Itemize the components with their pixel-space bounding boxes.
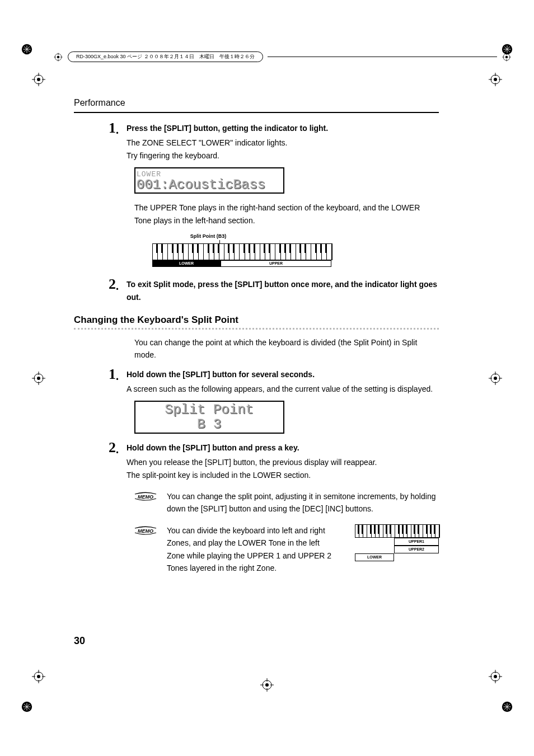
sub-step-2: 2 Hold down the [SPLIT] button and press… <box>74 442 439 481</box>
svg-point-13 <box>37 675 40 678</box>
svg-point-19 <box>57 55 60 58</box>
svg-point-21 <box>505 55 508 58</box>
zone-lower: LOWER <box>355 553 394 561</box>
step-number: 2 <box>74 277 119 292</box>
svg-point-7 <box>494 78 497 81</box>
lcd-line-main: 001:AcousticBass <box>137 178 282 192</box>
header-text: RD-300GX_e.book 30 ページ ２００８年２月１４日 木曜日 午後… <box>68 51 263 62</box>
memo-icon: MEMO <box>134 526 157 534</box>
svg-point-17 <box>265 683 269 687</box>
lcd-line-top: Split Point <box>137 403 282 417</box>
memo-note: MEMO You can divide the keyboard into le… <box>134 524 439 575</box>
step-text: A screen such as the following appears, … <box>127 383 439 395</box>
section-rule <box>74 112 439 113</box>
keyboard-diagram: Split Point (B3) LOWER UPPER <box>152 233 439 267</box>
step-2: 2 To exit Split mode, press the [SPLIT] … <box>74 278 439 306</box>
step-text: Try fingering the keyboard. <box>127 149 439 162</box>
svg-text:MEMO: MEMO <box>138 494 153 500</box>
step-number: 2 <box>74 440 119 455</box>
step-number: 1 <box>74 367 119 382</box>
keyboard-zones-diagram: UPPER1 UPPER2 LOWER <box>355 524 439 561</box>
print-header: RD-300GX_e.book 30 ページ ２００８年２月１４日 木曜日 午後… <box>53 51 512 62</box>
lcd-line-main: B 3 <box>137 417 282 431</box>
zone-upper1: UPPER1 <box>394 538 439 546</box>
svg-point-11 <box>494 377 497 380</box>
lcd-display: Split Point B 3 <box>134 401 284 433</box>
zone-upper2: UPPER2 <box>394 546 439 553</box>
memo-text: You can divide the keyboard into left an… <box>167 524 339 575</box>
step-lead: Press the [SPLIT] button, getting the in… <box>127 122 439 134</box>
sub-intro: You can change the point at which the ke… <box>134 336 439 361</box>
step-text: When you release the [SPLIT] button, the… <box>127 456 439 468</box>
page-number: 30 <box>74 635 85 647</box>
step-after-text: The UPPER Tone plays in the right-hand s… <box>134 201 439 227</box>
sub-step-1: 1 Hold down the [SPLIT] button for sever… <box>74 368 439 396</box>
lcd-display: LOWER 001:AcousticBass <box>134 167 284 194</box>
zone-upper: UPPER <box>221 260 331 267</box>
svg-point-15 <box>494 675 497 678</box>
svg-text:MEMO: MEMO <box>138 528 153 534</box>
svg-point-9 <box>37 377 40 380</box>
step-lead: To exit Split mode, press the [SPLIT] bu… <box>127 278 439 303</box>
step-lead: Hold down the [SPLIT] button for several… <box>127 368 439 381</box>
memo-text: You can change the split point, adjustin… <box>167 490 439 515</box>
subsection-heading: Changing the Keyboard's Split Point <box>74 314 439 326</box>
memo-note: MEMO You can change the split point, adj… <box>134 490 439 515</box>
zone-lower: LOWER <box>152 260 221 267</box>
split-point-label: Split Point (B3) <box>175 233 242 239</box>
svg-point-5 <box>37 78 40 81</box>
step-lead: Hold down the [SPLIT] button and press a… <box>127 442 439 454</box>
dotted-rule <box>74 328 439 330</box>
step-1: 1 Press the [SPLIT] button, getting the … <box>74 122 439 162</box>
memo-icon: MEMO <box>134 492 157 500</box>
section-title: Performance <box>74 98 458 108</box>
step-text: The ZONE SELECT "LOWER" indicator lights… <box>127 137 439 149</box>
step-number: 1 <box>74 121 119 135</box>
keyboard-keys <box>152 243 332 260</box>
step-text: The split-point key is included in the L… <box>127 469 439 481</box>
